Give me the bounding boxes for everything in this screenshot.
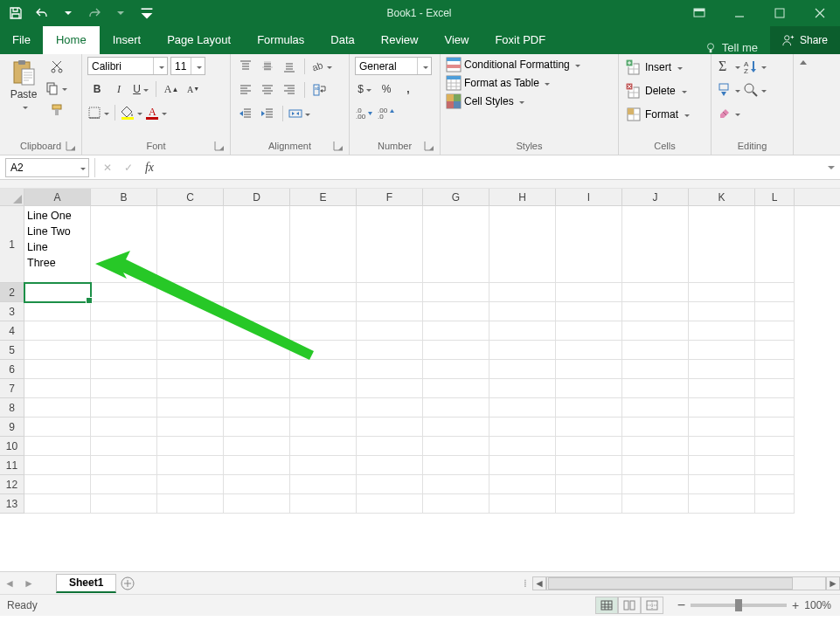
cell-D9[interactable]	[224, 418, 290, 437]
cell-K5[interactable]	[689, 341, 755, 360]
cell-H13[interactable]	[489, 494, 556, 514]
cut-icon[interactable]	[45, 57, 67, 76]
cell-K8[interactable]	[689, 398, 755, 418]
cell-H10[interactable]	[489, 437, 556, 456]
dialog-launcher-icon[interactable]	[214, 141, 226, 153]
cell-K11[interactable]	[689, 456, 755, 475]
dialog-launcher-icon[interactable]	[333, 141, 345, 153]
row-header-11[interactable]: 11	[0, 456, 24, 475]
copy-icon[interactable]	[45, 79, 67, 98]
column-header-H[interactable]: H	[489, 189, 556, 205]
cell-F13[interactable]	[357, 494, 423, 514]
cell-E13[interactable]	[290, 494, 357, 514]
cell-H5[interactable]	[489, 341, 556, 360]
cell-D7[interactable]	[224, 379, 290, 398]
cell-I7[interactable]	[556, 379, 622, 398]
cell-C8[interactable]	[157, 398, 224, 418]
cell-D11[interactable]	[224, 456, 290, 475]
zoom-knob[interactable]	[735, 599, 742, 611]
align-right-icon[interactable]	[280, 80, 299, 100]
scroll-left-icon[interactable]: ◄	[532, 576, 546, 590]
row-header-7[interactable]: 7	[0, 379, 24, 398]
cell-L7[interactable]	[755, 379, 795, 398]
undo-icon[interactable]	[30, 1, 54, 25]
cell-L12[interactable]	[755, 475, 795, 494]
row-header-5[interactable]: 5	[0, 341, 24, 360]
share-button[interactable]: Share	[770, 26, 840, 54]
cell-D13[interactable]	[224, 494, 290, 514]
shrink-font-icon[interactable]: A▼	[184, 79, 203, 99]
undo-dropdown-icon[interactable]	[56, 1, 80, 25]
fill-icon[interactable]	[717, 80, 740, 100]
cell-K13[interactable]	[689, 494, 755, 514]
zoom-slider[interactable]	[691, 604, 787, 607]
cell-A9[interactable]	[24, 418, 91, 437]
cell-G12[interactable]	[423, 475, 489, 494]
cell-I5[interactable]	[556, 341, 622, 360]
cell-H9[interactable]	[489, 418, 556, 437]
cell-A8[interactable]	[24, 398, 91, 418]
cell-D6[interactable]	[224, 360, 290, 379]
cell-styles-button[interactable]: Cell Styles	[446, 93, 524, 109]
column-header-J[interactable]: J	[622, 189, 689, 205]
scroll-thumb[interactable]	[548, 577, 793, 590]
row-header-12[interactable]: 12	[0, 475, 24, 494]
maximize-icon[interactable]	[760, 0, 800, 26]
align-middle-icon[interactable]	[258, 57, 277, 76]
clear-icon[interactable]	[717, 104, 740, 123]
cell-B8[interactable]	[91, 398, 157, 418]
sheet-tab-sheet1[interactable]: Sheet1	[56, 574, 116, 593]
cell-L3[interactable]	[755, 302, 795, 321]
cell-G2[interactable]	[423, 283, 489, 302]
cell-C10[interactable]	[157, 437, 224, 456]
wrap-text-icon[interactable]: ab	[310, 80, 330, 100]
cell-A13[interactable]	[24, 494, 91, 514]
sheet-nav-prev-icon[interactable]: ◄	[0, 574, 19, 593]
cell-E11[interactable]	[290, 456, 357, 475]
paste-button[interactable]: Paste	[5, 57, 42, 120]
cell-D2[interactable]	[224, 283, 290, 302]
align-left-icon[interactable]	[236, 80, 255, 100]
dialog-launcher-icon[interactable]	[424, 141, 436, 153]
cell-L13[interactable]	[755, 494, 795, 514]
cell-J11[interactable]	[622, 456, 689, 475]
cell-H1[interactable]	[489, 206, 556, 283]
italic-button[interactable]: I	[109, 79, 128, 99]
cell-B13[interactable]	[91, 494, 157, 514]
percent-format-icon[interactable]: %	[377, 79, 396, 99]
cell-B6[interactable]	[91, 360, 157, 379]
cell-H6[interactable]	[489, 360, 556, 379]
align-bottom-icon[interactable]	[280, 57, 299, 76]
tab-foxit-pdf[interactable]: Foxit PDF	[482, 26, 559, 54]
cell-J3[interactable]	[622, 302, 689, 321]
orientation-icon[interactable]: ab	[310, 57, 332, 76]
cell-B7[interactable]	[91, 379, 157, 398]
cell-G6[interactable]	[423, 360, 489, 379]
cell-B4[interactable]	[91, 321, 157, 341]
cell-C6[interactable]	[157, 360, 224, 379]
cell-E6[interactable]	[290, 360, 357, 379]
cell-G5[interactable]	[423, 341, 489, 360]
font-color-icon[interactable]: A	[145, 103, 167, 122]
cell-F2[interactable]	[357, 283, 423, 302]
font-size-combo[interactable]: 11	[170, 57, 205, 75]
insert-cells-button[interactable]: Insert	[624, 57, 684, 78]
conditional-formatting-button[interactable]: Conditional Formatting	[446, 57, 580, 72]
cell-E8[interactable]	[290, 398, 357, 418]
row-header-3[interactable]: 3	[0, 302, 24, 321]
cell-G11[interactable]	[423, 456, 489, 475]
cell-F7[interactable]	[357, 379, 423, 398]
cell-H3[interactable]	[489, 302, 556, 321]
zoom-in-icon[interactable]: +	[792, 598, 799, 612]
cell-I3[interactable]	[556, 302, 622, 321]
cell-K2[interactable]	[689, 283, 755, 302]
cell-B3[interactable]	[91, 302, 157, 321]
cell-J13[interactable]	[622, 494, 689, 514]
bold-button[interactable]: B	[87, 79, 107, 99]
column-header-D[interactable]: D	[224, 189, 290, 205]
cell-L2[interactable]	[755, 283, 795, 302]
row-header-10[interactable]: 10	[0, 437, 24, 456]
redo-icon[interactable]	[82, 1, 107, 25]
sort-filter-icon[interactable]: AZ	[743, 57, 767, 76]
increase-decimal-icon[interactable]: .0.00	[355, 103, 374, 122]
